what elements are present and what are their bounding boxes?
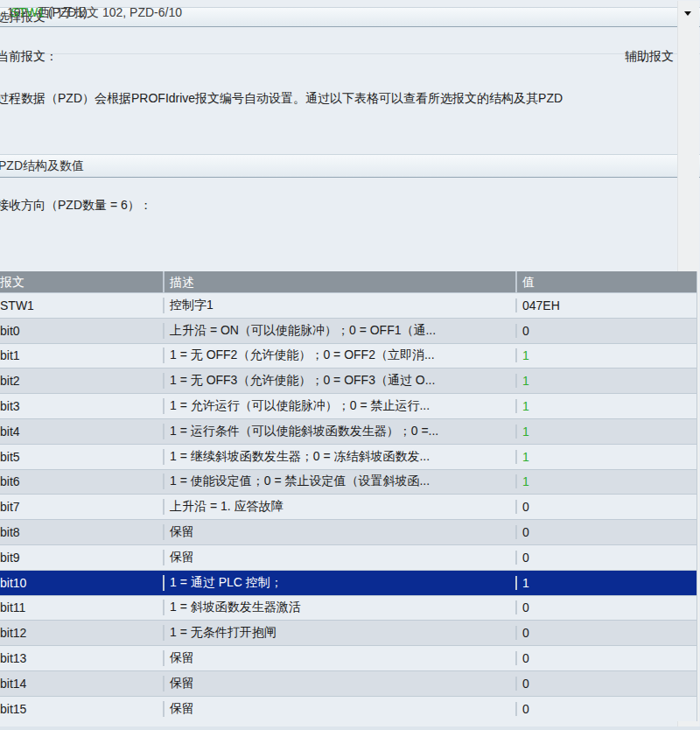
table-row[interactable]: bit11 1 = 斜坡函数发生器激活 0 bbox=[0, 595, 696, 621]
current-telegram-label: 当前报文： bbox=[0, 49, 58, 65]
row-description: 保留 bbox=[163, 650, 515, 666]
table-row[interactable]: bit8 保留 0 bbox=[0, 519, 696, 544]
row-description: 保留 bbox=[163, 701, 515, 717]
row-value: 0 bbox=[515, 525, 696, 539]
table-row[interactable]: bit4 1 = 运行条件（可以使能斜坡函数发生器）；0 =... 1 bbox=[0, 418, 696, 444]
row-value: 0 bbox=[515, 324, 696, 338]
row-description: 上升沿 = 1. 应答故障 bbox=[163, 499, 515, 515]
row-value: 1 bbox=[515, 399, 696, 413]
row-bit-name: bit2 bbox=[0, 374, 163, 388]
table-row[interactable]: bit14 保留 0 bbox=[0, 670, 696, 696]
row-description: 1 = 无 OFF3（允许使能）；0 = OFF3（通过 O... bbox=[163, 373, 515, 389]
row-value: 047EH bbox=[515, 298, 696, 312]
row-bit-name: bit4 bbox=[0, 425, 163, 439]
table-row[interactable]: bit3 1 = 允许运行（可以使能脉冲）；0 = 禁止运行... 1 bbox=[0, 393, 696, 418]
row-description: 保留 bbox=[163, 524, 515, 540]
row-bit-name: bit5 bbox=[0, 450, 163, 464]
row-value: 0 bbox=[515, 551, 696, 565]
col-header-telegram: 报文 bbox=[0, 271, 163, 292]
row-value: 1 bbox=[515, 576, 696, 590]
row-value: 0 bbox=[515, 626, 696, 640]
section-title: PZD结构及数值 bbox=[0, 155, 84, 177]
row-description: 1 = 允许运行（可以使能脉冲）；0 = 禁止运行... bbox=[163, 398, 515, 414]
row-description: 1 = 运行条件（可以使能斜坡函数发生器）；0 =... bbox=[163, 424, 515, 439]
row-description: 1 = 使能设定值；0 = 禁止设定值（设置斜坡函... bbox=[163, 474, 515, 489]
pzd-word-dropdown[interactable]: STW1 (PZD1) bbox=[0, 26, 700, 53]
pzd-word-suffix: (PZD1) bbox=[45, 5, 88, 19]
row-description: 保留 bbox=[163, 550, 515, 565]
row-value: 1 bbox=[515, 348, 696, 362]
section-header-pzd-structure: PZD结构及数值 bbox=[0, 154, 700, 178]
table-header-row: 报文 描述 值 bbox=[0, 271, 696, 292]
row-value: 1 bbox=[515, 425, 696, 439]
row-value: 0 bbox=[515, 702, 696, 716]
table-body: STW1 控制字1 047EH bit0 上升沿 = ON（可以使能脉冲）；0 … bbox=[0, 292, 696, 721]
table-row[interactable]: bit12 1 = 无条件打开抱闸 0 bbox=[0, 620, 696, 645]
row-value: 0 bbox=[515, 500, 696, 514]
row-bit-name: bit11 bbox=[0, 600, 163, 614]
col-header-description: 描述 bbox=[163, 271, 515, 292]
receive-direction-label: 接收方向（PZD数量 = 6）： bbox=[0, 198, 152, 214]
row-bit-name: bit7 bbox=[0, 500, 163, 514]
row-value: 0 bbox=[515, 600, 696, 614]
row-description: 1 = 通过 PLC 控制； bbox=[163, 575, 515, 591]
row-value: 1 bbox=[515, 474, 696, 488]
table-row[interactable]: bit10 1 = 通过 PLC 控制； 1 bbox=[0, 570, 696, 595]
bottom-divider bbox=[0, 726, 700, 730]
row-bit-name: bit9 bbox=[0, 551, 163, 565]
bit-value-table: 报文 描述 值 STW1 控制字1 047EH bit0 上升沿 = ON（可以… bbox=[0, 271, 697, 721]
pzd-description-text: 过程数据（PZD）会根据PROFIdrive报文编号自动设置。通过以下表格可以查… bbox=[0, 91, 700, 107]
row-bit-name: bit3 bbox=[0, 399, 163, 413]
row-description: 1 = 无条件打开抱闸 bbox=[163, 625, 515, 641]
row-bit-name: bit14 bbox=[0, 677, 163, 691]
table-row[interactable]: bit1 1 = 无 OFF2（允许使能）；0 = OFF2（立即消... 1 bbox=[0, 343, 696, 369]
row-bit-name: bit0 bbox=[0, 324, 163, 338]
table-row[interactable]: STW1 控制字1 047EH bbox=[0, 292, 696, 318]
table-row[interactable]: bit9 保留 0 bbox=[0, 544, 696, 570]
telegram-configuration-panel: 选择报文 当前报文： 102 : 西门子报文 102, PZD-6/10 辅助报… bbox=[0, 0, 700, 730]
row-bit-name: bit15 bbox=[0, 702, 163, 716]
row-bit-name: bit1 bbox=[0, 348, 163, 362]
row-bit-name: bit8 bbox=[0, 525, 163, 539]
row-bit-name: bit6 bbox=[0, 474, 163, 488]
row-value: 1 bbox=[515, 450, 696, 464]
table-row[interactable]: bit15 保留 0 bbox=[0, 696, 696, 721]
row-bit-name: STW1 bbox=[0, 298, 163, 312]
col-header-value: 值 bbox=[515, 271, 696, 292]
pzd-word-name: STW1 bbox=[10, 5, 45, 19]
row-value: 0 bbox=[515, 651, 696, 665]
row-value: 1 bbox=[515, 374, 696, 388]
row-value: 0 bbox=[515, 677, 696, 691]
row-description: 1 = 斜坡函数发生器激活 bbox=[163, 600, 515, 615]
row-description: 上升沿 = ON（可以使能脉冲）；0 = OFF1（通... bbox=[163, 323, 515, 339]
row-description: 1 = 继续斜坡函数发生器；0 = 冻结斜坡函数发... bbox=[163, 449, 515, 465]
chevron-down-icon bbox=[684, 11, 691, 16]
table-row[interactable]: bit7 上升沿 = 1. 应答故障 0 bbox=[0, 494, 696, 519]
table-row[interactable]: bit5 1 = 继续斜坡函数发生器；0 = 冻结斜坡函数发... 1 bbox=[0, 444, 696, 469]
row-description: 1 = 无 OFF2（允许使能）；0 = OFF2（立即消... bbox=[163, 347, 515, 363]
row-bit-name: bit10 bbox=[0, 576, 163, 590]
row-description: 保留 bbox=[163, 676, 515, 691]
row-description: 控制字1 bbox=[163, 298, 515, 313]
row-bit-name: bit13 bbox=[0, 651, 163, 665]
table-row[interactable]: bit0 上升沿 = ON（可以使能脉冲）；0 = OFF1（通... 0 bbox=[0, 318, 696, 343]
table-row[interactable]: bit6 1 = 使能设定值；0 = 禁止设定值（设置斜坡函... 1 bbox=[0, 469, 696, 495]
row-bit-name: bit12 bbox=[0, 626, 163, 640]
table-row[interactable]: bit2 1 = 无 OFF3（允许使能）；0 = OFF3（通过 O... 1 bbox=[0, 368, 696, 393]
table-row[interactable]: bit13 保留 0 bbox=[0, 645, 696, 670]
